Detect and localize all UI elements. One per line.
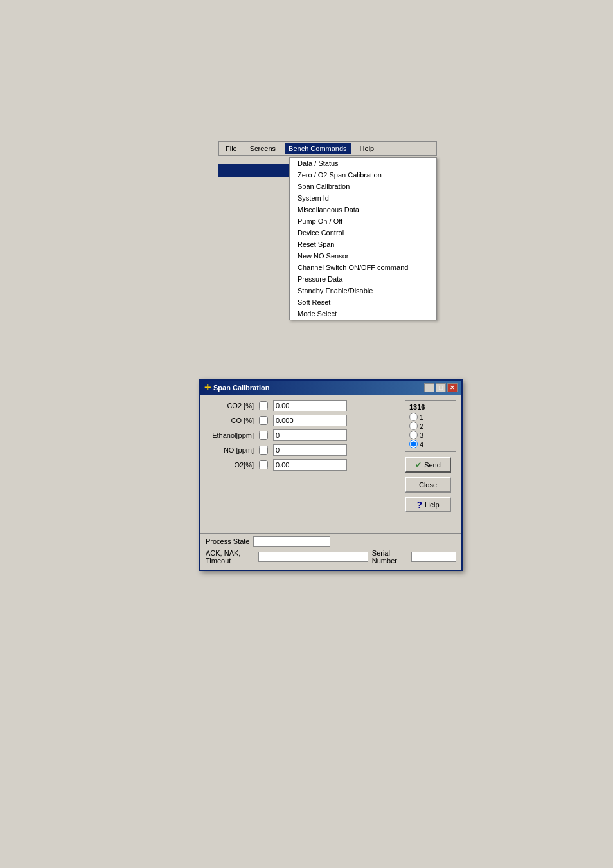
minimize-button[interactable]: – [424, 383, 434, 392]
serial-label: Serial Number [372, 549, 407, 565]
maximize-button[interactable]: □ [436, 383, 446, 392]
ethanol-input[interactable] [273, 429, 347, 441]
menu-item-misc-data[interactable]: Miscellaneous Data [290, 204, 436, 215]
co-label: CO [%] [206, 417, 254, 424]
no-checkbox[interactable] [259, 446, 268, 455]
menu-item-standby[interactable]: Standby Enable/Disable [290, 285, 436, 296]
menu-item-soft-reset[interactable]: Soft Reset [290, 296, 436, 308]
radio-row-3: 3 [409, 431, 452, 439]
o2-checkbox[interactable] [259, 460, 268, 469]
close-window-button[interactable]: ✕ [447, 383, 458, 392]
ethanol-checkbox[interactable] [259, 431, 268, 440]
co2-row: CO2 [%] [206, 400, 400, 411]
send-button[interactable]: ✔ Send [405, 457, 451, 473]
ethanol-row: Ethanol[ppm] [206, 429, 400, 441]
radio-label-2: 2 [420, 422, 423, 430]
dialog-sidebar: 1316 1 2 3 4 [405, 400, 456, 525]
menu-item-data-status[interactable]: Data / Status [290, 158, 436, 169]
radio-label-1: 1 [420, 413, 423, 421]
ack-input[interactable] [258, 552, 368, 562]
dialog-window: ✛ Span Calibration – □ ✕ CO2 [%] CO [%] [199, 379, 463, 571]
co-input[interactable] [273, 415, 347, 426]
radio-row-4: 4 [409, 440, 452, 448]
co2-input[interactable] [273, 400, 347, 411]
radio-3[interactable] [409, 431, 418, 439]
radio-1[interactable] [409, 413, 418, 421]
radio-label-4: 4 [420, 440, 423, 448]
send-checkmark-icon: ✔ [415, 460, 422, 469]
dialog-form: CO2 [%] CO [%] Ethanol[ppm] NO [ppm] [206, 400, 400, 525]
co-checkbox[interactable] [259, 416, 268, 425]
radio-group-title: 1316 [409, 403, 452, 411]
help-icon: ? [416, 500, 422, 510]
serial-input[interactable] [411, 552, 456, 562]
co2-label: CO2 [%] [206, 402, 254, 410]
dialog-bottom: Process State ACK, NAK, Timeout Serial N… [200, 533, 461, 570]
process-state-row: Process State [206, 536, 456, 547]
ethanol-label: Ethanol[ppm] [206, 431, 254, 439]
send-label: Send [424, 461, 441, 469]
radio-row-2: 2 [409, 422, 452, 430]
menu-screens[interactable]: Screens [246, 143, 280, 154]
close-button[interactable]: Close [405, 477, 451, 493]
menu-help[interactable]: Help [356, 143, 378, 154]
o2-label: O2[%] [206, 461, 254, 469]
menu-item-pressure-data[interactable]: Pressure Data [290, 273, 436, 285]
menu-item-reset-span[interactable]: Reset Span [290, 239, 436, 250]
radio-4[interactable] [409, 440, 418, 448]
radio-label-3: 3 [420, 431, 423, 439]
dropdown-menu: Data / Status Zero / O2 Span Calibration… [289, 157, 437, 320]
menu-item-new-no-sensor[interactable]: New NO Sensor [290, 250, 436, 262]
menu-file[interactable]: File [222, 143, 241, 154]
menu-item-mode-select[interactable]: Mode Select [290, 308, 436, 320]
no-row: NO [ppm] [206, 444, 400, 456]
dialog-title: Span Calibration [213, 384, 269, 392]
menu-bench-commands[interactable]: Bench Commands [285, 143, 351, 154]
menu-item-span-calibration[interactable]: Span Calibration [290, 181, 436, 192]
menu-item-system-id[interactable]: System Id [290, 192, 436, 204]
ack-label: ACK, NAK, Timeout [206, 549, 254, 565]
menu-area: File Screens Bench Commands Help Data / … [218, 141, 437, 156]
titlebar-buttons: – □ ✕ [424, 383, 458, 392]
co-row: CO [%] [206, 415, 400, 426]
no-label: NO [ppm] [206, 446, 254, 454]
radio-group-1316: 1316 1 2 3 4 [405, 400, 456, 452]
titlebar-left: ✛ Span Calibration [204, 383, 269, 392]
menu-item-zero-o2-span[interactable]: Zero / O2 Span Calibration [290, 169, 436, 181]
menu-item-device-control[interactable]: Device Control [290, 227, 436, 239]
help-button[interactable]: ? Help [405, 497, 451, 512]
radio-row-1: 1 [409, 413, 452, 421]
no-input[interactable] [273, 444, 347, 456]
span-calibration-dialog: ✛ Span Calibration – □ ✕ CO2 [%] CO [%] [199, 379, 463, 571]
menu-bar: File Screens Bench Commands Help [218, 141, 437, 156]
title-icon: ✛ [204, 383, 211, 392]
radio-2[interactable] [409, 422, 418, 430]
menu-highlight-bar [218, 164, 289, 177]
dialog-content: CO2 [%] CO [%] Ethanol[ppm] NO [ppm] [200, 395, 461, 530]
help-label: Help [425, 501, 440, 509]
menu-item-channel-switch[interactable]: Channel Switch ON/OFF command [290, 262, 436, 273]
co2-checkbox[interactable] [259, 401, 268, 410]
process-state-label: Process State [206, 538, 249, 545]
o2-input[interactable] [273, 459, 347, 471]
close-label: Close [419, 481, 437, 489]
dialog-titlebar: ✛ Span Calibration – □ ✕ [200, 381, 461, 395]
process-state-input[interactable] [253, 536, 330, 547]
ack-row: ACK, NAK, Timeout Serial Number [206, 549, 456, 565]
menu-item-pump-on-off[interactable]: Pump On / Off [290, 215, 436, 227]
spacer [206, 474, 400, 525]
o2-row: O2[%] [206, 459, 400, 471]
